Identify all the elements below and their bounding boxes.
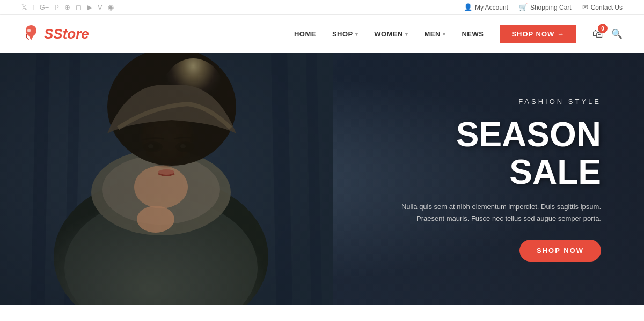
my-account-link[interactable]: 👤 My Account	[464, 3, 508, 11]
nav-actions: 🛍 0 🔍	[592, 28, 623, 40]
shop-now-button[interactable]: SHOP NOW →	[500, 25, 576, 43]
hero-subtitle: FASHION STYLE	[518, 98, 601, 110]
main-nav: HOME SHOP ▾ WOMEN ▾ MEN ▾ NEWS SHOP NOW …	[294, 25, 623, 43]
account-icon: 👤	[464, 3, 472, 11]
men-dropdown-arrow: ▾	[443, 32, 446, 37]
svg-point-0	[27, 29, 31, 32]
hero-description: Nulla quis sem at nibh elementum imperdi…	[376, 201, 601, 225]
cart-icon-wrap[interactable]: 🛍 0	[592, 28, 603, 40]
nav-home[interactable]: HOME	[294, 30, 316, 38]
contact-us-link[interactable]: ✉ Contact Us	[582, 3, 623, 11]
shop-dropdown-arrow: ▾	[355, 32, 358, 37]
cart-badge: 0	[598, 24, 608, 33]
hero-content: FASHION STYLE SEASON SALE Nulla quis sem…	[376, 96, 601, 262]
logo-text: SStore	[44, 26, 89, 42]
logo[interactable]: SStore	[21, 23, 89, 45]
shopping-cart-link[interactable]: 🛒 Shopping Cart	[519, 3, 572, 11]
google-plus-icon[interactable]: G+	[40, 3, 49, 11]
facebook-icon[interactable]: f	[32, 3, 34, 11]
youtube-icon[interactable]: ▶	[87, 3, 92, 11]
header: SStore HOME SHOP ▾ WOMEN ▾ MEN ▾ NEWS SH…	[0, 15, 644, 53]
nav-men[interactable]: MEN ▾	[425, 30, 446, 38]
hero-section: FASHION STYLE SEASON SALE Nulla quis sem…	[0, 53, 644, 305]
top-links: 👤 My Account 🛒 Shopping Cart ✉ Contact U…	[464, 3, 623, 11]
search-icon[interactable]: 🔍	[611, 28, 623, 40]
rss-icon[interactable]: ◉	[108, 3, 114, 11]
hero-cta-button[interactable]: SHOP NOW	[519, 240, 601, 262]
nav-news[interactable]: NEWS	[462, 30, 484, 38]
vimeo-icon[interactable]: V	[98, 3, 103, 11]
women-dropdown-arrow: ▾	[405, 32, 408, 37]
social-icons: 𝕏 f G+ P ⊕ ◻ ▶ V ◉	[21, 3, 114, 11]
nav-women[interactable]: WOMEN ▾	[374, 30, 408, 38]
logo-icon	[21, 23, 41, 45]
nav-shop[interactable]: SHOP ▾	[332, 30, 358, 38]
instagram-icon[interactable]: ◻	[76, 3, 82, 11]
pinterest-icon[interactable]: P	[54, 3, 59, 11]
top-bar: 𝕏 f G+ P ⊕ ◻ ▶ V ◉ 👤 My Account 🛒 Shoppi…	[0, 0, 644, 15]
flickr-icon[interactable]: ⊕	[64, 3, 70, 11]
cart-top-icon: 🛒	[519, 3, 528, 11]
hero-title: SEASON SALE	[376, 116, 601, 191]
contact-icon: ✉	[582, 3, 588, 11]
twitter-icon[interactable]: 𝕏	[21, 3, 27, 11]
